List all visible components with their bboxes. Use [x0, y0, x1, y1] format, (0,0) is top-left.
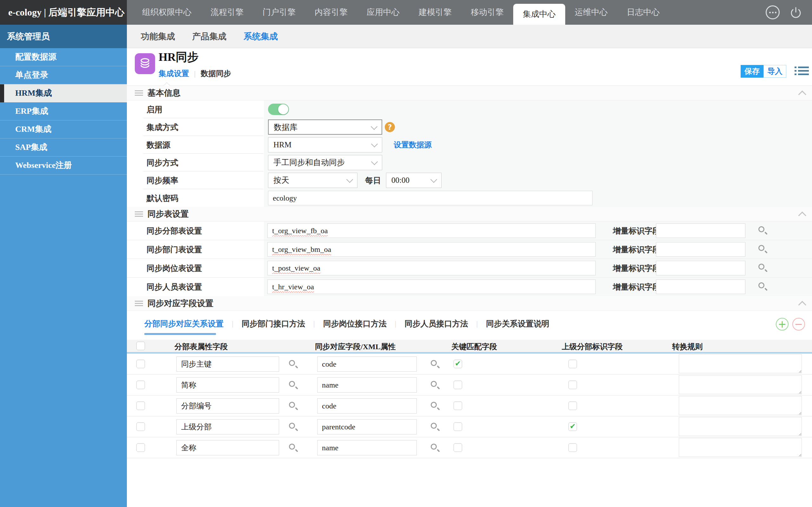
search-icon[interactable]	[289, 443, 298, 453]
subnav-item-system-integration[interactable]: 系统集成	[244, 31, 278, 42]
mapped-field-input[interactable]: code	[317, 398, 417, 413]
list-view-icon[interactable]	[795, 66, 809, 77]
sidebar-item-sso[interactable]: 单点登录	[0, 66, 127, 84]
mapped-field-input[interactable]: parentcode	[317, 419, 417, 435]
tab-personnel-interface[interactable]: 同步人员接口方法	[404, 319, 468, 329]
key-match-checkbox[interactable]	[454, 381, 462, 389]
search-icon[interactable]	[430, 401, 440, 411]
nav-item-modeling-engine[interactable]: 建模引擎	[409, 0, 461, 25]
search-icon[interactable]	[430, 422, 440, 432]
transform-rule-textarea[interactable]	[679, 417, 802, 436]
chevron-up-icon[interactable]	[798, 211, 806, 219]
search-icon[interactable]	[758, 226, 768, 235]
field-input[interactable]: 全称	[176, 440, 279, 455]
sidebar-item-erp-integration[interactable]: ERP集成	[0, 102, 127, 120]
mapped-field-input[interactable]: name	[317, 377, 417, 393]
search-icon[interactable]	[430, 443, 440, 453]
parent-flag-checkbox[interactable]	[568, 422, 577, 431]
save-button[interactable]: 保存	[741, 65, 763, 78]
key-match-checkbox[interactable]	[454, 401, 462, 410]
nav-item-ops-center[interactable]: 运维中心	[565, 0, 617, 25]
mapped-field-input[interactable]: code	[317, 356, 417, 372]
tab-integration-settings[interactable]: 集成设置	[159, 68, 189, 78]
transform-rule-textarea[interactable]	[679, 375, 802, 394]
transform-rule-textarea[interactable]	[679, 438, 802, 457]
tab-post-interface[interactable]: 同步岗位接口方法	[323, 319, 387, 329]
field-input[interactable]: 上级分部	[176, 419, 279, 435]
default-password-input[interactable]: ecology	[268, 191, 593, 205]
sync-mode-select[interactable]: 手工同步和自动同步	[268, 155, 382, 170]
search-icon[interactable]	[289, 360, 298, 369]
nav-item-mobile-engine[interactable]: 移动引擎	[461, 0, 513, 25]
subnav-item-function-integration[interactable]: 功能集成	[141, 31, 175, 42]
parent-flag-checkbox[interactable]	[568, 401, 577, 410]
key-match-checkbox[interactable]	[454, 360, 462, 368]
select-all-checkbox[interactable]	[136, 342, 145, 350]
search-icon[interactable]	[289, 401, 298, 411]
search-icon[interactable]	[758, 282, 768, 291]
increment-field-input[interactable]	[656, 242, 745, 257]
parent-flag-checkbox[interactable]	[568, 443, 577, 452]
branch-table-input[interactable]: t_org_view_fb_oa	[267, 223, 596, 238]
sidebar-item-hrm-integration[interactable]: HRM集成	[0, 84, 127, 102]
import-button[interactable]: 导入	[763, 65, 786, 78]
set-datasource-link[interactable]: 设置数据源	[394, 140, 432, 150]
chevron-up-icon[interactable]	[798, 301, 806, 308]
transform-rule-textarea[interactable]	[679, 396, 802, 415]
sync-frequency-select[interactable]: 按天	[268, 173, 357, 188]
tab-department-interface[interactable]: 同步部门接口方法	[242, 319, 305, 329]
nav-item-workflow-engine[interactable]: 流程引擎	[201, 0, 253, 25]
parent-flag-checkbox[interactable]	[568, 360, 577, 368]
more-menu-icon[interactable]	[766, 5, 780, 19]
search-icon[interactable]	[758, 263, 768, 273]
increment-field-input[interactable]	[656, 279, 745, 294]
key-match-checkbox[interactable]	[454, 443, 462, 452]
enable-toggle[interactable]	[268, 104, 289, 115]
transform-rule-textarea[interactable]	[679, 354, 802, 373]
tab-data-sync[interactable]: 数据同步	[201, 68, 231, 78]
field-input[interactable]: 同步主键	[176, 356, 279, 372]
mapped-field-input[interactable]: name	[317, 440, 417, 455]
personnel-table-input[interactable]: t_hr_view_oa	[267, 279, 596, 294]
search-icon[interactable]	[289, 381, 298, 390]
remove-row-button[interactable]: −	[792, 318, 805, 331]
page-tabs: 集成设置 | 数据同步	[159, 68, 231, 78]
search-icon[interactable]	[430, 381, 440, 390]
field-input[interactable]: 简称	[176, 377, 279, 393]
parent-flag-checkbox[interactable]	[568, 381, 577, 389]
sidebar-item-webservice-register[interactable]: Webservice注册	[0, 157, 127, 175]
row-checkbox[interactable]	[136, 381, 145, 389]
nav-item-log-center[interactable]: 日志中心	[617, 0, 669, 25]
increment-field-input[interactable]	[656, 261, 745, 275]
datasource-select[interactable]: HRM	[268, 137, 382, 153]
integration-mode-select[interactable]: 数据库	[268, 119, 382, 135]
chevron-up-icon[interactable]	[798, 90, 806, 98]
field-input[interactable]: 分部编号	[176, 398, 279, 413]
search-icon[interactable]	[430, 360, 440, 369]
power-icon[interactable]	[789, 5, 803, 20]
increment-field-input[interactable]	[656, 223, 745, 238]
search-icon[interactable]	[758, 245, 768, 254]
tab-branch-mapping[interactable]: 分部同步对应关系设置	[144, 319, 223, 329]
nav-item-org-permission[interactable]: 组织权限中心	[133, 0, 201, 25]
sidebar-item-datasource-config[interactable]: 配置数据源	[0, 48, 127, 66]
row-checkbox[interactable]	[136, 443, 145, 452]
post-table-input[interactable]: t_post_view_oa	[267, 261, 596, 275]
search-icon[interactable]	[289, 422, 298, 432]
row-checkbox[interactable]	[136, 401, 145, 410]
row-checkbox[interactable]	[136, 422, 145, 431]
nav-item-content-engine[interactable]: 内容引擎	[305, 0, 357, 25]
subnav-item-product-integration[interactable]: 产品集成	[192, 31, 226, 42]
daily-time-select[interactable]: 00:00	[386, 173, 442, 188]
department-table-input[interactable]: t_org_view_bm_oa	[267, 242, 596, 257]
sidebar-item-sap-integration[interactable]: SAP集成	[0, 138, 127, 157]
add-row-button[interactable]: +	[776, 318, 789, 331]
sidebar-item-crm-integration[interactable]: CRM集成	[0, 120, 127, 138]
key-match-checkbox[interactable]	[454, 422, 462, 431]
nav-item-app-center[interactable]: 应用中心	[357, 0, 409, 25]
help-icon[interactable]: ?	[385, 122, 395, 132]
tab-relation-help[interactable]: 同步关系设置说明	[486, 319, 549, 329]
nav-item-portal-engine[interactable]: 门户引擎	[253, 0, 305, 25]
nav-item-integration-center[interactable]: 集成中心	[513, 4, 565, 25]
row-checkbox[interactable]	[136, 360, 145, 368]
